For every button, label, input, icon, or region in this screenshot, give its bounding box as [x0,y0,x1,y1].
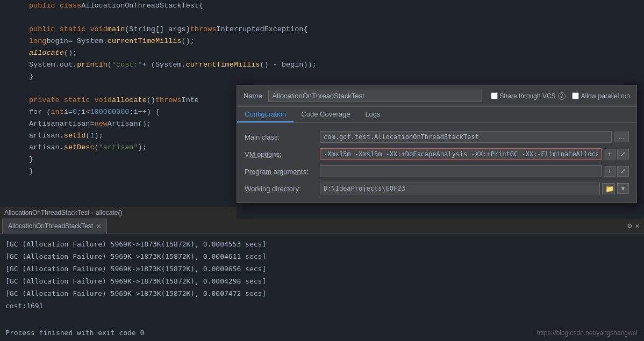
run-config-dialog: Name: Share through VCS ? Allow parallel… [237,85,637,203]
tab-code-coverage[interactable]: Code Coverage [294,107,357,122]
program-args-add-button[interactable]: + [604,166,616,177]
dialog-header: Name: Share through VCS ? Allow parallel… [237,85,636,107]
gc-line-4: [GC (Allocation Failure) 5969K->1873K(15… [5,275,639,287]
code-line-6: System.out.println("cost:" + (System.cur… [0,59,644,71]
console-content: [GC (Allocation Failure) 5969K->1873K(15… [0,234,644,341]
name-input[interactable] [268,90,482,102]
program-args-input-wrap: + ⤢ [320,165,629,177]
parallel-run-checkbox[interactable] [572,92,579,99]
console-tab-close-icon[interactable]: ✕ [96,223,101,230]
vm-options-buttons: + ⤢ [604,149,629,159]
share-vcs-group[interactable]: Share through VCS ? [491,92,566,100]
parallel-run-group[interactable]: Allow parallel run [572,92,630,100]
code-line-2 [0,12,644,24]
cost-line: cost:1691 [5,300,639,312]
dialog-body: Main class: ... VM options: + ⤢ Program … [237,123,636,202]
vm-options-input[interactable] [320,148,602,160]
throws-keyword-1: throws [190,24,217,35]
vm-options-row: VM options: + ⤢ [237,146,636,163]
console-area: AllocationOnThreadStackTest ✕ ⚙ ✕ [GC (A… [0,219,644,341]
vm-options-input-wrap: + ⤢ [320,148,629,160]
share-vcs-label: Share through VCS [500,92,556,100]
main-class-input-wrap: ... [320,131,629,143]
gc-line-5: [GC (Allocation Failure) 5969K->1873K(15… [5,287,639,300]
throws-keyword-2: throws [155,95,182,106]
main-class-label: Main class: [245,133,320,141]
empty-line [5,312,639,324]
console-tab-label: AllocationOnThreadStackTest [8,222,93,230]
breadcrumb-class: AllocationOnThreadStackTest [4,209,89,216]
main-class-browse-button[interactable]: ... [614,132,629,142]
program-args-label: Program arguments: [245,168,320,176]
gc-line-3: [GC (Allocation Failure) 5969K->1873K(15… [5,263,639,275]
console-close-icon[interactable]: ✕ [635,221,640,230]
header-right: Share through VCS ? Allow parallel run [491,92,630,100]
code-line-4: long begin = System.currentTimeMillis(); [0,35,644,47]
gc-line-2: [GC (Allocation Failure) 5969K->1873K(15… [5,250,639,263]
console-settings-icon[interactable]: ⚙ [627,221,632,230]
gc-line-1: [GC (Allocation Failure) 5969K->1873K(15… [5,238,639,250]
dialog-tabs: Configuration Code Coverage Logs [237,107,636,123]
working-dir-label: Working directory: [245,185,320,193]
program-args-input[interactable] [320,165,602,177]
vm-options-expand-button[interactable]: ⤢ [617,149,629,159]
code-line-5: allocate(); [0,47,644,59]
code-line-3: public static void main(String[] args) t… [0,24,644,35]
watermark: https://blog.csdn.net/yangshangwei [537,329,638,337]
console-tab[interactable]: AllocationOnThreadStackTest ✕ [2,219,107,234]
program-args-expand-button[interactable]: ⤢ [617,166,629,177]
name-label: Name: [244,92,264,100]
breadcrumb-method: allocate() [96,209,122,216]
breadcrumb-separator: › [91,209,94,216]
vm-options-add-button[interactable]: + [604,149,616,159]
main-class-input[interactable] [320,131,612,143]
share-vcs-checkbox[interactable] [491,92,498,99]
code-line-1: public class AllocationOnThreadStackTest… [0,0,644,12]
working-dir-dropdown-button[interactable]: ▾ [617,183,629,194]
program-args-buttons: + ⤢ [604,166,629,177]
code-line-7: } [0,71,644,83]
working-dir-row: Working directory: 📁 ▾ [237,180,636,197]
tab-logs[interactable]: Logs [357,107,388,122]
working-dir-folder-button[interactable]: 📁 [602,183,615,194]
tab-configuration[interactable]: Configuration [237,107,294,122]
breadcrumb-bar: AllocationOnThreadStackTest › allocate() [0,207,237,219]
question-icon[interactable]: ? [558,92,566,100]
working-dir-input[interactable] [320,183,600,194]
console-tab-bar: AllocationOnThreadStackTest ✕ ⚙ ✕ [0,219,644,234]
vm-options-label: VM options: [245,150,320,158]
working-dir-input-wrap: 📁 ▾ [320,183,629,194]
program-args-row: Program arguments: + ⤢ [237,163,636,180]
parallel-run-label: Allow parallel run [581,92,630,100]
main-class-row: Main class: ... [237,128,636,146]
console-tab-right: ⚙ ✕ [627,221,644,230]
